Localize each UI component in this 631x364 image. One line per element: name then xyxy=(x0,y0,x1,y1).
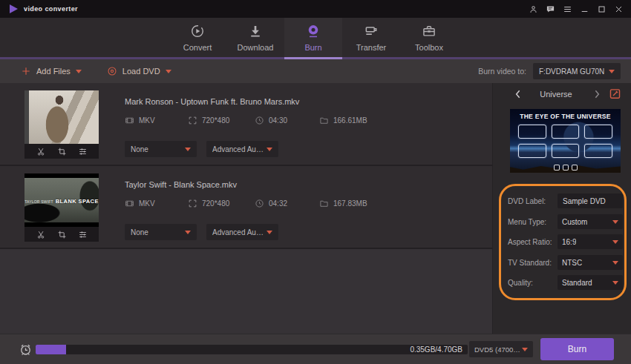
capacity-bar: 0.35GB/4.70GB xyxy=(36,345,468,354)
burn-progress-fill xyxy=(36,345,66,354)
toolbox-icon xyxy=(422,24,437,39)
tv-standard-select[interactable]: NTSC xyxy=(558,255,623,270)
folder-icon xyxy=(319,116,329,125)
menu-icon[interactable] xyxy=(563,4,572,14)
caret-down-icon xyxy=(612,220,618,224)
toolbar: Add Files Load DVD Burn video to: F:DVDR… xyxy=(0,59,631,83)
file-size: 166.61MB xyxy=(333,116,367,125)
file-duration: 04:30 xyxy=(269,116,287,125)
chevron-right-icon[interactable] xyxy=(591,88,603,100)
tab-label: Burn xyxy=(304,43,321,52)
burn-button[interactable]: Burn xyxy=(540,338,614,360)
audio-select[interactable]: Advanced Audi... xyxy=(206,141,278,157)
play-logo-icon xyxy=(10,4,18,13)
caret-down-icon xyxy=(267,231,272,234)
caret-down-icon xyxy=(522,348,528,351)
expand-icon xyxy=(188,116,197,125)
add-files-label: Add Files xyxy=(36,67,71,76)
thumbnail-toolbar xyxy=(24,144,99,159)
caret-down-icon xyxy=(185,231,191,234)
caret-down-icon xyxy=(76,70,82,73)
file-duration: 04:32 xyxy=(269,199,287,208)
window-controls xyxy=(529,4,624,14)
titlebar: video converter xyxy=(0,0,631,18)
scissors-icon[interactable] xyxy=(36,147,46,156)
caret-down-icon xyxy=(166,70,171,73)
menu-type-select[interactable]: Custom xyxy=(558,214,623,229)
file-title: Mark Ronson - Uptown Funk ft. Bruno Mars… xyxy=(125,97,299,106)
folder-icon xyxy=(319,199,329,208)
burn-icon xyxy=(306,24,321,39)
aspect-ratio-label: Aspect Ratio: xyxy=(508,238,552,246)
caret-down-icon xyxy=(185,148,191,151)
tab-label: Transfer xyxy=(356,43,387,52)
video-thumbnail xyxy=(24,90,99,159)
menu-type-label: Menu Type: xyxy=(508,218,546,226)
thumbnail-image: TAYLOR SWIFT BLANK SPACE xyxy=(24,173,99,227)
video-thumbnail: TAYLOR SWIFT BLANK SPACE xyxy=(24,173,99,242)
main-area: Mark Ronson - Uptown Funk ft. Bruno Mars… xyxy=(0,83,631,334)
template-name: Universe xyxy=(526,90,586,99)
tab-burn[interactable]: Burn xyxy=(284,18,342,57)
preview-frames xyxy=(518,125,612,158)
caret-down-icon xyxy=(609,70,615,73)
maximize-icon[interactable] xyxy=(597,4,607,14)
crop-icon[interactable] xyxy=(57,230,67,239)
tab-transfer[interactable]: Transfer xyxy=(342,18,400,57)
tab-label: Download xyxy=(238,43,274,52)
clock-icon xyxy=(255,199,264,208)
user-icon[interactable] xyxy=(529,4,538,14)
audio-select[interactable]: Advanced Audi... xyxy=(206,224,278,240)
aspect-ratio-select[interactable]: 16:9 xyxy=(558,234,623,249)
edit-icon[interactable] xyxy=(609,87,621,100)
file-size: 167.83MB xyxy=(333,199,367,208)
file-meta: MKV 720*480 04:30 166.61MB xyxy=(125,115,367,125)
minimize-icon[interactable] xyxy=(580,4,589,14)
tv-standard-label: TV Standard: xyxy=(508,259,552,267)
file-title: Taylor Swift - Blank Space.mkv xyxy=(125,180,237,189)
thumbnail-image xyxy=(24,90,99,144)
close-icon[interactable] xyxy=(614,4,624,14)
file-resolution: 720*480 xyxy=(202,199,229,208)
app-window: video converter Convert xyxy=(0,0,631,364)
expand-icon xyxy=(188,199,197,208)
file-row[interactable]: TAYLOR SWIFT BLANK SPACE Taylor Swift - xyxy=(0,166,492,249)
menu-template-preview[interactable]: THE EYE OF THE UNIVERSE xyxy=(510,109,621,173)
tab-download[interactable]: Download xyxy=(226,18,284,57)
dvd-label-label: DVD Label: xyxy=(508,197,546,205)
crop-icon[interactable] xyxy=(57,147,67,156)
burn-target-select[interactable]: F:DVDRAM GU70N xyxy=(533,63,621,79)
file-format: MKV xyxy=(139,199,155,208)
dvd-settings-sidebar: Universe THE EYE OF THE UNIVERSE DVD Lab xyxy=(492,83,631,334)
chevron-left-icon[interactable] xyxy=(512,88,524,100)
add-files-button[interactable]: Add Files xyxy=(21,66,82,76)
caret-down-icon xyxy=(612,240,618,244)
load-dvd-button[interactable]: Load DVD xyxy=(107,66,171,76)
capacity-usage: 0.35GB/4.70GB xyxy=(410,345,462,354)
file-row[interactable]: Mark Ronson - Uptown Funk ft. Bruno Mars… xyxy=(0,83,492,166)
app-title: video converter xyxy=(24,5,78,13)
quality-select[interactable]: Standard xyxy=(558,275,623,290)
burn-to-label: Burn video to: xyxy=(478,67,526,76)
quality-label: Quality: xyxy=(508,279,533,287)
tab-label: Convert xyxy=(183,43,212,52)
disc-type-select[interactable]: DVD5 (4700MB) xyxy=(469,341,533,357)
caret-down-icon xyxy=(612,261,618,265)
file-list: Mark Ronson - Uptown Funk ft. Bruno Mars… xyxy=(0,83,492,334)
scissors-icon[interactable] xyxy=(36,230,46,239)
sliders-icon[interactable] xyxy=(78,147,88,156)
dvd-label-input[interactable] xyxy=(558,193,623,208)
tab-toolbox[interactable]: Toolbox xyxy=(400,18,458,57)
sliders-icon[interactable] xyxy=(78,230,88,239)
film-icon xyxy=(125,199,134,208)
clock-icon xyxy=(255,116,264,125)
subtitle-select[interactable]: None xyxy=(125,224,197,240)
thumbnail-caption: TAYLOR SWIFT BLANK SPACE xyxy=(24,198,99,205)
load-dvd-label: Load DVD xyxy=(122,67,160,76)
thumbnail-toolbar xyxy=(24,227,99,242)
convert-icon xyxy=(190,24,205,39)
caret-down-icon xyxy=(612,281,618,285)
feedback-icon[interactable] xyxy=(546,4,555,14)
subtitle-select[interactable]: None xyxy=(125,141,197,157)
tab-convert[interactable]: Convert xyxy=(169,18,226,57)
